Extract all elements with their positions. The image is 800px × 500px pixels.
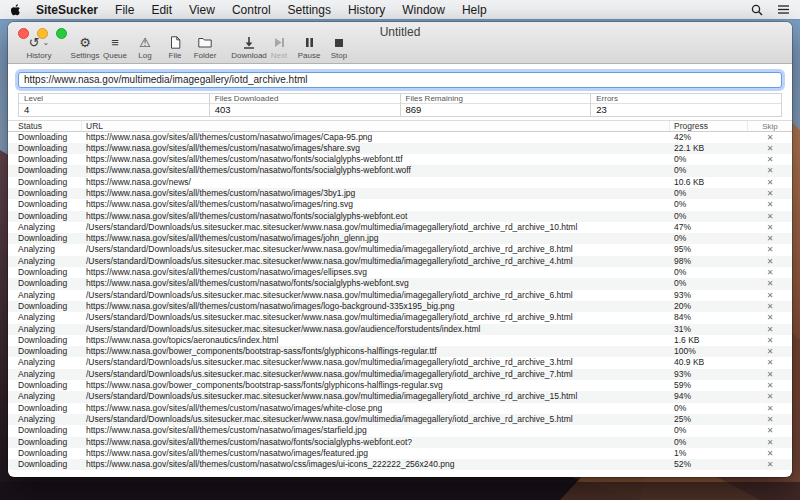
row-url: https://www.nasa.gov/sites/all/themes/cu… — [82, 403, 670, 414]
table-row: Analyzing/Users/standard/Downloads/us.si… — [8, 222, 792, 233]
menu-bar: SiteSucker File Edit View Control Settin… — [0, 0, 800, 19]
skip-button[interactable]: ✕ — [748, 154, 792, 165]
skip-button[interactable]: ✕ — [748, 380, 792, 391]
row-progress: 25% — [670, 414, 748, 425]
url-input[interactable] — [18, 72, 782, 88]
log-button[interactable]: ⚠ Log — [130, 35, 160, 60]
row-status: Downloading — [8, 233, 82, 244]
menu-window[interactable]: Window — [402, 3, 445, 17]
skip-button[interactable]: ✕ — [748, 222, 792, 233]
history-button[interactable]: ↺⌄ History — [18, 35, 60, 60]
pause-button[interactable]: Pause — [294, 35, 324, 60]
skip-button[interactable]: ✕ — [748, 324, 792, 335]
column-header-status[interactable]: Status — [8, 121, 82, 131]
stat-files-downloaded: Files Downloaded 403 — [210, 94, 401, 116]
table-row: Analyzing/Users/standard/Downloads/us.si… — [8, 357, 792, 368]
row-url: /Users/standard/Downloads/us.sitesucker.… — [82, 290, 670, 301]
next-button[interactable]: Next — [264, 35, 294, 60]
settings-button[interactable]: ⚙ Settings — [70, 35, 100, 60]
skip-button[interactable]: ✕ — [748, 425, 792, 436]
skip-button[interactable]: ✕ — [748, 290, 792, 301]
stat-files-remaining: Files Remaining 869 — [401, 94, 592, 116]
menu-help[interactable]: Help — [462, 3, 487, 17]
skip-button[interactable]: ✕ — [748, 403, 792, 414]
skip-button[interactable]: ✕ — [748, 199, 792, 210]
skip-button[interactable]: ✕ — [748, 414, 792, 425]
stat-label: Level — [19, 94, 209, 104]
table-row: Analyzing/Users/standard/Downloads/us.si… — [8, 414, 792, 425]
skip-button[interactable]: ✕ — [748, 267, 792, 278]
skip-button[interactable]: ✕ — [748, 391, 792, 402]
column-header-progress[interactable]: Progress — [670, 121, 748, 131]
notification-center-icon[interactable] — [777, 4, 790, 15]
list-icon: ≡ — [111, 35, 119, 50]
row-progress: 95% — [670, 244, 748, 255]
row-status: Analyzing — [8, 414, 82, 425]
download-button[interactable]: Download — [234, 35, 264, 60]
table-row: Downloadinghttps://www.nasa.gov/sites/al… — [8, 188, 792, 199]
skip-button[interactable]: ✕ — [748, 278, 792, 289]
skip-button[interactable]: ✕ — [748, 177, 792, 188]
skip-button[interactable]: ✕ — [748, 335, 792, 346]
column-header-skip[interactable]: Skip — [748, 121, 792, 131]
skip-button[interactable]: ✕ — [748, 437, 792, 448]
queue-button[interactable]: ≡ Queue — [100, 35, 130, 60]
table-row: Downloadinghttps://www.nasa.gov/sites/al… — [8, 425, 792, 436]
skip-button[interactable]: ✕ — [748, 346, 792, 357]
spotlight-search-icon[interactable] — [751, 4, 763, 16]
skip-button[interactable]: ✕ — [748, 188, 792, 199]
table-row: Downloadinghttps://www.nasa.gov/sites/al… — [8, 267, 792, 278]
skip-button[interactable]: ✕ — [748, 312, 792, 323]
table-row: Analyzing/Users/standard/Downloads/us.si… — [8, 369, 792, 380]
row-progress: 0% — [670, 403, 748, 414]
skip-button[interactable]: ✕ — [748, 244, 792, 255]
pause-icon — [305, 35, 314, 50]
folder-button[interactable]: Folder — [190, 35, 220, 60]
row-status: Downloading — [8, 335, 82, 346]
stat-value: 23 — [591, 104, 781, 116]
stat-label: Errors — [591, 94, 781, 104]
column-header-url[interactable]: URL — [82, 121, 670, 131]
menu-file[interactable]: File — [115, 3, 134, 17]
table-row: Downloadinghttps://www.nasa.gov/sites/al… — [8, 459, 792, 470]
skip-button[interactable]: ✕ — [748, 369, 792, 380]
table-row: Analyzing/Users/standard/Downloads/us.si… — [8, 290, 792, 301]
row-url: /Users/standard/Downloads/us.sitesucker.… — [82, 244, 670, 255]
row-status: Analyzing — [8, 324, 82, 335]
stop-button[interactable]: Stop — [324, 35, 354, 60]
row-url: https://www.nasa.gov/sites/all/themes/cu… — [82, 165, 670, 176]
row-url: https://www.nasa.gov/sites/all/themes/cu… — [82, 154, 670, 165]
skip-button[interactable]: ✕ — [748, 357, 792, 368]
row-url: https://www.nasa.gov/sites/all/themes/cu… — [82, 301, 670, 312]
row-status: Downloading — [8, 301, 82, 312]
skip-button[interactable]: ✕ — [748, 165, 792, 176]
skip-button[interactable]: ✕ — [748, 256, 792, 267]
row-url: https://www.nasa.gov/sites/all/themes/cu… — [82, 278, 670, 289]
row-status: Downloading — [8, 425, 82, 436]
row-status: Downloading — [8, 177, 82, 188]
row-status: Downloading — [8, 437, 82, 448]
menu-control[interactable]: Control — [232, 3, 271, 17]
row-progress: 0% — [670, 437, 748, 448]
apple-menu[interactable] — [10, 3, 22, 17]
table-row: Downloadinghttps://www.nasa.gov/sites/al… — [8, 143, 792, 154]
menu-history[interactable]: History — [348, 3, 385, 17]
row-progress: 0% — [670, 199, 748, 210]
file-button[interactable]: File — [160, 35, 190, 60]
table-row: Downloadinghttps://www.nasa.gov/bower_co… — [8, 380, 792, 391]
skip-button[interactable]: ✕ — [748, 211, 792, 222]
skip-button[interactable]: ✕ — [748, 459, 792, 470]
skip-button[interactable]: ✕ — [748, 301, 792, 312]
table-row: Downloadinghttps://www.nasa.gov/sites/al… — [8, 211, 792, 222]
menu-app-name[interactable]: SiteSucker — [36, 3, 98, 17]
menu-edit[interactable]: Edit — [151, 3, 172, 17]
row-url: https://www.nasa.gov/sites/all/themes/cu… — [82, 188, 670, 199]
row-status: Analyzing — [8, 391, 82, 402]
menu-settings[interactable]: Settings — [288, 3, 331, 17]
skip-button[interactable]: ✕ — [748, 448, 792, 459]
menu-view[interactable]: View — [189, 3, 215, 17]
skip-button[interactable]: ✕ — [748, 143, 792, 154]
skip-button[interactable]: ✕ — [748, 233, 792, 244]
skip-button[interactable]: ✕ — [748, 132, 792, 143]
row-url: https://www.nasa.gov/sites/all/themes/cu… — [82, 132, 670, 143]
